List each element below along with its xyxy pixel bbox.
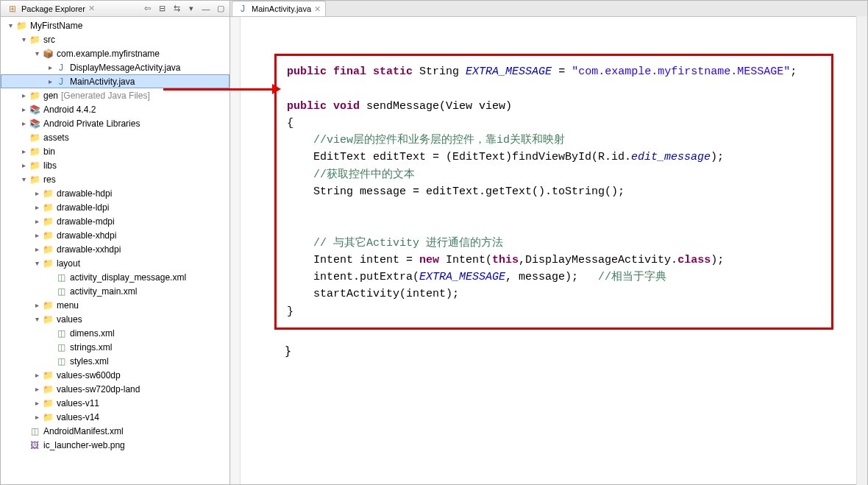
tree-label: values-v11 (55, 398, 99, 408)
tree-label: dimens.xml (68, 328, 115, 339)
tree-item[interactable]: ▸📁values-v11 (1, 396, 230, 410)
tree-item[interactable]: ▾📁values (1, 312, 230, 326)
tree-label: src (42, 35, 55, 45)
tree-item[interactable]: ▸📁drawable-ldpi (1, 200, 230, 214)
tree-item[interactable]: ◫AndroidManifest.xml (1, 424, 230, 438)
tree-item[interactable]: ▸📁drawable-xxhdpi (1, 242, 230, 256)
maximize-icon[interactable]: ▢ (215, 3, 227, 15)
xml-icon: ◫ (55, 355, 67, 367)
twisty-icon[interactable]: ▸ (33, 217, 40, 225)
tree-label: res (42, 174, 56, 185)
twisty-icon[interactable]: ▾ (33, 259, 40, 267)
twisty-icon[interactable]: ▸ (33, 231, 40, 239)
minimize-icon[interactable]: — (200, 3, 212, 15)
folder-icon: 📁 (42, 244, 54, 255)
folder-icon: 📁 (42, 411, 54, 423)
tree-item[interactable]: ▸📚Android Private Libraries (1, 116, 230, 130)
editor-pane: J MainActivity.java ✕ public final stati… (230, 0, 868, 485)
close-view-icon[interactable]: ✕ (88, 4, 95, 13)
tree-label: com.example.myfirstname (55, 49, 160, 59)
twisty-icon[interactable]: ▸ (33, 301, 40, 309)
explorer-header: ⊞ Package Explorer ✕ ⇦ ⊟ ⇆ ▾ — ▢ (1, 1, 230, 17)
twisty-icon[interactable]: ▾ (20, 175, 27, 183)
tree-item[interactable]: 🖼ic_launcher-web.png (1, 438, 230, 452)
code-editor[interactable]: public final static String EXTRA_MESSAGE… (230, 17, 867, 484)
package-tree[interactable]: ▾📁MyFirstName▾📁src▾📦com.example.myfirstn… (1, 17, 230, 484)
tree-label: activity_display_message.xml (68, 272, 186, 283)
folder-icon: 📁 (42, 383, 54, 395)
tree-item[interactable]: ◫styles.xml (1, 354, 230, 368)
twisty-icon[interactable]: ▸ (33, 413, 40, 421)
twisty-icon[interactable]: ▸ (33, 385, 40, 393)
tree-item[interactable]: ▸📁values-sw600dp (1, 368, 230, 382)
collapse-all-icon[interactable]: ⊟ (156, 3, 168, 15)
twisty-icon[interactable]: ▸ (20, 119, 27, 127)
twisty-icon[interactable]: ▸ (33, 245, 40, 253)
xml-icon: ◫ (55, 341, 67, 353)
tree-item[interactable]: ▾📁layout (1, 256, 230, 270)
tree-item[interactable]: ▾📦com.example.myfirstname (1, 46, 230, 60)
folder-icon: 📁 (42, 397, 54, 409)
editor-ruler (230, 17, 241, 484)
tree-item[interactable]: ▸📁menu (1, 298, 230, 312)
twisty-icon[interactable]: ▸ (33, 189, 40, 197)
tree-item[interactable]: ▸JMainActivity.java (1, 74, 230, 88)
twisty-icon[interactable]: ▸ (33, 399, 40, 407)
tree-item[interactable]: ▸📁drawable-mdpi (1, 214, 230, 228)
twisty-icon[interactable]: ▸ (20, 91, 27, 99)
proj-icon: 📁 (15, 20, 27, 32)
editor-tab-mainactivity[interactable]: J MainActivity.java ✕ (232, 1, 326, 16)
tree-label: AndroidManifest.xml (42, 426, 124, 436)
tree-item[interactable]: ▸📁values-sw720dp-land (1, 382, 230, 396)
twisty-icon[interactable]: ▾ (33, 315, 40, 323)
tree-label: drawable-xhdpi (55, 230, 116, 241)
img-icon: 🖼 (29, 439, 40, 451)
tree-item[interactable]: ▾📁res (1, 172, 230, 186)
folder-icon: 📁 (42, 216, 54, 227)
tree-item[interactable]: ◫strings.xml (1, 340, 230, 354)
twisty-icon[interactable]: ▸ (33, 371, 40, 379)
link-editor-icon[interactable]: ⇆ (171, 3, 182, 15)
tree-item[interactable]: ▸📚Android 4.4.2 (1, 102, 230, 116)
tree-item[interactable]: ◫activity_display_message.xml (1, 270, 230, 284)
java-icon: J (55, 62, 67, 74)
back-icon[interactable]: ⇦ (141, 3, 153, 15)
xml-icon: ◫ (29, 425, 40, 437)
tree-label: strings.xml (68, 342, 112, 353)
lib-icon: 📚 (29, 118, 40, 130)
tree-label: drawable-hdpi (55, 188, 112, 199)
twisty-icon[interactable]: ▸ (20, 147, 27, 155)
tree-item[interactable]: ▾📁src (1, 32, 230, 46)
tree-item[interactable]: ▸📁drawable-hdpi (1, 186, 230, 200)
twisty-icon[interactable]: ▸ (46, 63, 54, 71)
twisty-icon[interactable]: ▾ (7, 21, 14, 29)
folder-icon: 📁 (29, 160, 40, 171)
folder-icon: 📁 (29, 132, 40, 144)
twisty-icon[interactable]: ▾ (20, 35, 27, 43)
xml-icon: ◫ (55, 272, 67, 283)
tree-item[interactable]: ▾📁MyFirstName (1, 18, 230, 32)
tree-item[interactable]: ◫activity_main.xml (1, 284, 230, 298)
twisty-icon[interactable]: ▸ (20, 161, 27, 169)
tree-label: gen (42, 91, 58, 101)
tree-label: activity_main.xml (68, 286, 137, 297)
tree-item[interactable]: ▸📁libs (1, 158, 230, 172)
twisty-icon[interactable]: ▸ (46, 77, 54, 85)
tree-label: styles.xml (68, 356, 109, 367)
source-code[interactable]: public final static String EXTRA_MESSAGE… (287, 63, 821, 320)
close-tab-icon[interactable]: ✕ (314, 4, 321, 14)
tree-item[interactable]: ▸📁drawable-xhdpi (1, 228, 230, 242)
view-menu-icon[interactable]: ▾ (185, 3, 197, 15)
tree-label: Android 4.4.2 (42, 105, 96, 115)
tree-item[interactable]: ◫dimens.xml (1, 326, 230, 340)
tree-item[interactable]: ▸📁bin (1, 144, 230, 158)
tree-label: menu (55, 300, 79, 311)
twisty-icon[interactable]: ▾ (33, 49, 40, 57)
tree-item[interactable]: ▸JDisplayMessageActivity.java (1, 60, 230, 74)
twisty-icon[interactable]: ▸ (20, 105, 27, 113)
vertical-scrollbar[interactable] (856, 16, 867, 485)
folder-icon: 📁 (42, 202, 54, 213)
tree-item[interactable]: 📁assets (1, 130, 230, 144)
tree-item[interactable]: ▸📁values-v14 (1, 410, 230, 424)
twisty-icon[interactable]: ▸ (33, 203, 40, 211)
